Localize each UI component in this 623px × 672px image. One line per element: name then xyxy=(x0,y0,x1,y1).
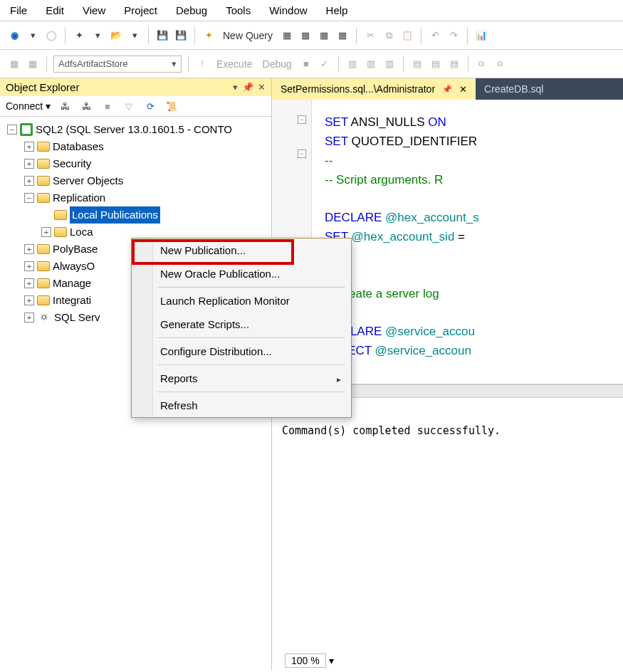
expand-icon[interactable]: + xyxy=(24,159,34,169)
new-query-icon[interactable]: ✦ xyxy=(201,28,216,43)
tree-local-publications[interactable]: Local Publications xyxy=(3,206,268,224)
separator xyxy=(148,27,149,44)
tree-server-node[interactable]: − SQL2 (SQL Server 13.0.1601.5 - CONTO xyxy=(3,121,268,138)
results-icon[interactable]: ▤ xyxy=(410,57,424,71)
fold-icon[interactable]: − xyxy=(298,149,306,158)
ctx-new-oracle-publication[interactable]: New Oracle Publication... xyxy=(132,262,351,285)
menu-window[interactable]: Window xyxy=(269,4,307,16)
results-icon[interactable]: ▤ xyxy=(429,57,443,71)
refresh-icon[interactable]: ⟳ xyxy=(143,99,157,113)
parse-icon: ✓ xyxy=(318,57,332,71)
collapse-icon[interactable]: − xyxy=(7,125,17,135)
plan-icon[interactable]: ▥ xyxy=(364,57,378,71)
close-icon[interactable]: ✕ xyxy=(258,82,266,93)
dropdown-icon[interactable]: ▾ xyxy=(233,82,238,93)
menu-file[interactable]: File xyxy=(10,4,27,16)
tree-label: Loca xyxy=(70,224,93,241)
separator xyxy=(46,56,47,73)
close-icon[interactable]: ✕ xyxy=(459,84,467,95)
db-icon[interactable]: ▦ xyxy=(298,28,313,43)
chevron-down-icon[interactable]: ▾ xyxy=(90,28,105,43)
ctx-launch-replication-monitor[interactable]: Launch Replication Monitor xyxy=(132,289,351,313)
filter-icon[interactable]: ▽ xyxy=(122,99,136,113)
execute-button[interactable]: Execute xyxy=(214,58,256,70)
expand-icon[interactable]: + xyxy=(24,261,34,271)
menu-tools[interactable]: Tools xyxy=(226,4,251,16)
menu-view[interactable]: View xyxy=(83,4,105,16)
plan-icon[interactable]: ▥ xyxy=(382,57,397,71)
chevron-down-icon[interactable]: ▾ xyxy=(26,28,40,43)
db-icon[interactable]: ▦ xyxy=(317,28,331,43)
connect-server-icon[interactable]: 🖧 xyxy=(58,99,72,113)
tree-label: SQL2 (SQL Server 13.0.1601.5 - CONTO xyxy=(36,121,232,138)
collapse-icon[interactable]: − xyxy=(24,193,34,203)
new-query-button[interactable]: New Query xyxy=(220,30,276,41)
tree-server-objects[interactable]: + Server Objects xyxy=(3,172,268,189)
fold-icon[interactable]: − xyxy=(298,115,306,124)
activity-icon[interactable]: 📊 xyxy=(474,28,488,43)
ctx-generate-scripts[interactable]: Generate Scripts... xyxy=(132,313,351,336)
tree-replication[interactable]: − Replication xyxy=(3,189,268,206)
open-icon[interactable]: 📂 xyxy=(109,28,123,43)
ctx-new-publication[interactable]: New Publication... xyxy=(132,238,351,262)
folder-icon xyxy=(37,244,50,254)
save-icon[interactable]: 💾 xyxy=(155,28,169,43)
stop-icon: ■ xyxy=(299,57,313,71)
database-combo[interactable]: AdfsArtifactStore ▾ xyxy=(53,56,182,73)
tree-security[interactable]: + Security xyxy=(3,155,268,172)
expand-icon[interactable]: + xyxy=(24,244,34,254)
redo-icon: ↷ xyxy=(446,28,461,43)
separator xyxy=(403,56,404,73)
chevron-down-icon[interactable]: ▾ xyxy=(329,655,334,666)
menu-debug[interactable]: Debug xyxy=(176,4,207,16)
tree-databases[interactable]: + Databases xyxy=(3,138,268,155)
zoom-combo[interactable]: 100 % ▾ xyxy=(285,653,334,668)
folder-icon xyxy=(37,278,50,288)
folder-icon xyxy=(37,159,50,169)
ctx-refresh[interactable]: Refresh xyxy=(132,394,351,417)
expand-icon[interactable]: + xyxy=(24,295,34,305)
options-icon[interactable]: ⛭ xyxy=(493,57,508,71)
code-text[interactable]: SET ANSI_NULLS ON SET QUOTED_IDENTIFIER … xyxy=(312,100,623,384)
expand-icon[interactable]: + xyxy=(24,176,34,186)
copy-icon: ⧉ xyxy=(382,28,396,43)
ctx-reports[interactable]: Reports xyxy=(132,367,351,390)
menu-help[interactable]: Help xyxy=(326,4,348,16)
results-icon[interactable]: ▤ xyxy=(447,57,461,71)
pin-icon[interactable]: 📌 xyxy=(242,82,253,93)
options-icon[interactable]: ⛭ xyxy=(475,57,489,71)
panel-title: Object Explorer xyxy=(6,81,79,93)
tree-label: Security xyxy=(53,155,91,172)
separator xyxy=(188,56,189,73)
server-icon xyxy=(20,123,33,136)
db-icon[interactable]: ▦ xyxy=(280,28,294,43)
nav-back-icon[interactable]: ◉ xyxy=(7,28,21,43)
menu-project[interactable]: Project xyxy=(124,4,157,16)
new-project-icon[interactable]: ✦ xyxy=(72,28,86,43)
chevron-down-icon[interactable]: ▾ xyxy=(127,28,142,43)
zoom-value: 100 % xyxy=(285,653,326,668)
folder-icon xyxy=(37,193,50,203)
pin-icon[interactable]: 📌 xyxy=(442,85,452,94)
disconnect-icon[interactable]: 🖧 xyxy=(79,99,93,113)
separator xyxy=(157,392,345,392)
db-icon[interactable]: ▦ xyxy=(335,28,350,43)
debug-button[interactable]: Debug xyxy=(260,58,295,70)
connect-button[interactable]: Connect ▾ xyxy=(6,100,51,112)
grid-icon: ▦ xyxy=(26,57,40,71)
execute-icon[interactable]: ! xyxy=(195,57,209,71)
expand-icon[interactable]: + xyxy=(24,313,34,322)
object-icon[interactable]: 📜 xyxy=(164,99,179,113)
expand-icon[interactable]: + xyxy=(24,142,34,152)
tree-label-selected: Local Publications xyxy=(70,206,160,224)
save-all-icon[interactable]: 💾 xyxy=(174,28,188,43)
object-explorer-titlebar: Object Explorer ▾ 📌 ✕ xyxy=(0,78,271,96)
tab-createdb[interactable]: CreateDB.sql xyxy=(476,78,552,100)
tab-setpermissions[interactable]: SetPermissions.sql...\Administrator 📌 ✕ xyxy=(272,78,476,100)
undo-icon: ↶ xyxy=(428,28,442,43)
ctx-configure-distribution[interactable]: Configure Distribution... xyxy=(132,340,351,363)
menu-edit[interactable]: Edit xyxy=(46,4,64,16)
expand-icon[interactable]: + xyxy=(41,227,51,237)
expand-icon[interactable]: + xyxy=(24,278,34,288)
plan-icon[interactable]: ▥ xyxy=(345,57,360,71)
